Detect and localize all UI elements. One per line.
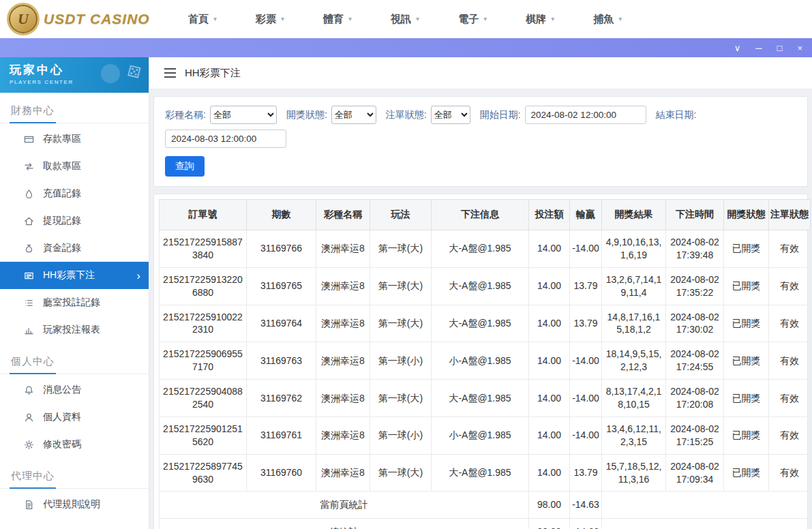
chevron-down-icon: ▾ [551, 16, 554, 22]
table-row: 2152172259100222310 31169764 澳洲幸运8 第一球(大… [160, 305, 811, 342]
column-header: 玩法 [370, 200, 432, 230]
main-nav: 首頁 ▾ 彩票 ▾ 體育 ▾ 視訊 ▾ 電子 ▾ 棋牌 ▾ 捕魚 ▾ [188, 13, 622, 26]
chevron-down-icon: ▾ [618, 16, 622, 22]
nav-item[interactable]: 棋牌 ▾ [526, 13, 554, 26]
column-header: 開獎結果 [602, 200, 666, 230]
filter-row: 彩種名稱: 全部 開獎狀態: 全部 注單狀態: 全部 開始日期: 結束日期: [165, 106, 796, 148]
sidebar-section-title: 財務中心 [0, 98, 149, 123]
cell-bet-info: 小-A盤@1.985 [432, 417, 529, 454]
cell-lottery-name: 澳洲幸运8 [316, 417, 370, 454]
cell-lottery-name: 澳洲幸运8 [316, 267, 370, 305]
cell-draw-result: 18,14,9,5,15,2,12,3 [602, 342, 666, 380]
withdraw-transfer-icon [23, 161, 34, 172]
table-footer: 當前頁統計 98.00 -14.63 總統計 98.00 -14.63 [160, 492, 811, 529]
sidebar-item-announcements[interactable]: 消息公告 › [0, 376, 149, 404]
cell-win-loss: 13.79 [570, 305, 602, 342]
sidebar-item-label: 存款專區 [43, 133, 81, 145]
nav-item[interactable]: 電子 ▾ [458, 13, 487, 26]
sidebar-item-label: 取款專區 [43, 160, 81, 172]
cell-win-loss: -14.00 [570, 342, 602, 380]
nav-item[interactable]: 捕魚 ▾ [593, 13, 622, 26]
draw-status-select[interactable]: 全部 [331, 106, 376, 124]
cell-bet-amount: 14.00 [529, 267, 570, 305]
cell-bet-amount: 14.00 [529, 230, 570, 268]
sidebar-item-label: 修改密碼 [43, 438, 81, 451]
content-layout: 玩家中心 PLAYERS CENTER ⚄ 財務中心 存款專區 › 取款專區 ›… [0, 57, 812, 529]
sidebar-section: 財務中心 存款專區 › 取款專區 › 充值記錄 › 提現記錄 › 資金記錄 › … [0, 98, 149, 344]
nav-item[interactable]: 視訊 ▾ [391, 13, 419, 26]
cell-draw-status: 已開獎 [724, 342, 769, 380]
cell-order-id: 2152172259040882540 [160, 380, 247, 417]
sidebar-item-recharge-record[interactable]: 充值記錄 › [0, 180, 149, 207]
cell-draw-result: 8,13,17,4,2,18,10,15 [602, 380, 666, 417]
cell-issue: 31169761 [247, 417, 316, 454]
cell-draw-status: 已開獎 [724, 267, 769, 305]
cell-bet-amount: 14.00 [529, 417, 570, 454]
sidebar-item-player-bet-report[interactable]: 玩家投注報表 › [0, 316, 149, 344]
cell-issue: 31169765 [247, 267, 316, 305]
cell-order-id: 2152172258977459630 [160, 454, 247, 492]
sidebar-item-room-bet-records[interactable]: 廳室投註記錄 › [0, 289, 149, 316]
list-records-icon [23, 297, 34, 308]
cell-draw-result: 13,4,6,12,11,2,3,15 [602, 417, 666, 454]
sidebar-item-agent-rules[interactable]: 代理規則說明 › [0, 491, 149, 518]
cell-play-type: 第一球(大) [370, 380, 432, 417]
sidebar-item-withdraw[interactable]: 取款專區 › [0, 153, 149, 180]
sidebar-item-profile[interactable]: 個人資料 › [0, 404, 149, 431]
players-center-banner: 玩家中心 PLAYERS CENTER ⚄ [0, 57, 149, 93]
logo[interactable]: U USDT CASINO [7, 5, 165, 33]
sidebar-section-title: 個人中心 [0, 349, 149, 374]
sidebar-item-funds-record[interactable]: 資金記錄 › [0, 235, 149, 262]
column-header: 期數 [247, 200, 316, 230]
summary-label: 總統計 [160, 519, 529, 529]
nav-item-label: 彩票 [256, 13, 276, 26]
table-row: 2152172259158873840 31169766 澳洲幸运8 第一球(大… [160, 230, 811, 268]
cell-bet-info: 大-A盤@1.985 [432, 305, 529, 342]
cell-bet-info: 小-A盤@1.985 [432, 342, 529, 380]
cell-play-type: 第一球(小) [370, 342, 432, 380]
search-button[interactable]: 查詢 [165, 156, 205, 177]
summary-row: 當前頁統計 98.00 -14.63 [160, 492, 811, 519]
cell-bet-info: 大-A盤@1.985 [432, 230, 529, 268]
order-status-select[interactable]: 全部 [431, 106, 470, 124]
window-titlebar: ∨─□× [0, 38, 812, 57]
window-maximize-icon[interactable]: □ [777, 44, 783, 52]
sidebar-item-deposit[interactable]: 存款專區 › [0, 125, 149, 153]
cell-order-status: 有效 [769, 380, 811, 417]
chevron-down-icon: ▾ [213, 16, 217, 22]
sidebar-item-withdraw-record[interactable]: 提現記錄 › [0, 207, 149, 235]
sidebar-item-change-password[interactable]: 修改密碼 › [0, 431, 149, 458]
lottery-name-select[interactable]: 全部 [210, 106, 277, 124]
cell-draw-result: 15,7,18,5,12,11,3,16 [602, 454, 666, 492]
cell-lottery-name: 澳洲幸运8 [316, 305, 370, 342]
logo-letter: U [18, 10, 29, 28]
column-header: 彩種名稱 [316, 200, 370, 230]
cell-lottery-name: 澳洲幸运8 [316, 342, 370, 380]
cell-issue: 31169766 [247, 230, 316, 268]
sidebar: 玩家中心 PLAYERS CENTER ⚄ 財務中心 存款專區 › 取款專區 ›… [0, 57, 149, 529]
cell-draw-status: 已開獎 [724, 380, 769, 417]
nav-item[interactable]: 首頁 ▾ [188, 13, 217, 26]
cell-play-type: 第一球(大) [370, 454, 432, 492]
column-header: 注單狀態 [769, 200, 811, 230]
sidebar-item-label: 廳室投註記錄 [43, 297, 100, 309]
cell-draw-status: 已開獎 [724, 454, 769, 492]
cell-lottery-name: 澳洲幸运8 [316, 454, 370, 492]
gear-icon [23, 439, 34, 450]
cell-play-type: 第一球(大) [370, 230, 432, 268]
nav-item[interactable]: 彩票 ▾ [256, 13, 284, 26]
chevron-down-icon: ▾ [348, 16, 352, 22]
table-header-row: 訂單號期數彩種名稱玩法下注信息投注額輸贏開獎結果下注時間開獎狀態注單狀態 [160, 200, 811, 230]
cell-order-status: 有效 [769, 230, 811, 268]
nav-item[interactable]: 體育 ▾ [323, 13, 352, 26]
sidebar-item-hh-lottery-bets[interactable]: HH彩票下注 › [0, 262, 149, 289]
chevron-down-icon: ▾ [416, 16, 419, 22]
start-date-input[interactable] [525, 106, 646, 124]
cell-lottery-name: 澳洲幸运8 [316, 380, 370, 417]
cell-win-loss: -14.00 [570, 380, 602, 417]
window-minimize-icon[interactable]: ─ [755, 44, 762, 52]
end-date-input[interactable] [165, 130, 286, 148]
menu-icon[interactable] [164, 68, 176, 78]
window-chevron-icon[interactable]: ∨ [734, 44, 741, 52]
window-close-icon[interactable]: × [797, 44, 802, 52]
